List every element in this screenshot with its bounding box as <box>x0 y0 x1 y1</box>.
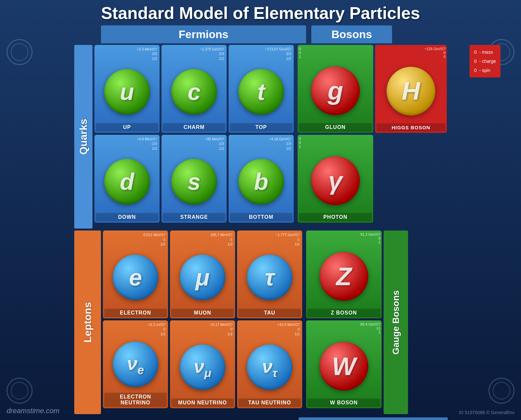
quarks-label: Quarks <box>74 45 92 229</box>
bottom-ball: b <box>238 159 284 204</box>
image-id: ID 51976088 © Generalfmv <box>459 410 514 415</box>
generation-I: I <box>103 417 165 420</box>
particle-cell-electron-neutrino: <2.2 eV/C² 0 1/2 νe ELECTRON NEUTRINO <box>103 320 168 408</box>
particle-cell-muon-neutrino: <0.17 MeV/C² 0 1/2 νμ MUON NEUTRINO <box>170 320 235 408</box>
particle-cell-gluon: 0 0 1 g GLUON <box>298 45 373 133</box>
particle-cell-bottom: ~4.18 GeV/C² -1/3 1/2 b BOTTOM <box>229 135 294 223</box>
top-name: TOP <box>230 123 292 132</box>
top-info: ~173.07 GeV/C² 2/3 1/2 <box>230 47 292 61</box>
z-name: Z BOSON <box>307 309 380 317</box>
gluon-ball: g <box>311 66 360 115</box>
electron-ball: e <box>113 255 158 300</box>
legend-box: 0 - mass 0 - charge 0 - spin <box>470 45 500 77</box>
corner-decoration-bl <box>7 378 33 404</box>
strange-ball: s <box>171 159 217 204</box>
leptons-label: Leptons <box>74 231 101 414</box>
tau-ball: τ <box>247 255 292 300</box>
bottom-name: BOTTOM <box>230 213 292 221</box>
top-ball: t <box>238 69 284 115</box>
particle-cell-muon: 105.7 MeV/C² -1 1/2 μ MUON <box>170 231 235 318</box>
particle-cell-down: ~4.8 MeV/C² -1/3 1/2 d DOWN <box>94 135 160 223</box>
higgs-ball: H <box>387 67 435 116</box>
corner-decoration-br <box>488 378 514 404</box>
strange-info: ~95 MeV/C² -1/3 1/2 <box>163 137 225 151</box>
photon-ball: γ <box>311 156 360 205</box>
particle-cell-top: ~173.07 GeV/C² 2/3 1/2 t TOP <box>229 45 294 133</box>
mnu-name: MUON NEUTRINO <box>171 399 234 407</box>
particle-cell-strange: ~95 MeV/C² -1/3 1/2 s STRANGE <box>162 135 227 223</box>
w-ball: W <box>319 342 368 391</box>
enu-name: ELECTRON NEUTRINO <box>104 393 167 407</box>
particle-cell-z-boson: 91.2 GeV/C² 0 1 Z Z BOSON <box>306 231 382 318</box>
up-info: ~2.3 MeV/C² 2/3 1/2 <box>96 47 158 61</box>
particle-cell-tau: ~1.777 GeV/C² -1 1/2 τ TAU <box>237 231 302 318</box>
tau-info: ~1.777 GeV/C² -1 1/2 <box>238 232 301 246</box>
electron-name: ELECTRON <box>104 309 167 317</box>
charm-ball: c <box>171 69 217 115</box>
down-name: DOWN <box>96 213 158 221</box>
corner-decoration-tl <box>7 39 33 65</box>
page-title: Standard Model of Elementary Particles <box>3 3 518 23</box>
particle-cell-higgs: 0 - mass 0 - charge 0 - spin ~126 GeV/C²… <box>375 45 447 133</box>
mnu-ball: νμ <box>180 344 225 390</box>
generation-III: III <box>232 417 294 420</box>
bosons-header: Bosons <box>311 25 392 43</box>
enu-ball: νe <box>113 342 158 387</box>
watermark: dreamstime.com <box>7 407 60 415</box>
down-ball: d <box>104 159 150 204</box>
muon-name: MUON <box>171 309 234 317</box>
main-container: Standard Model of Elementary Particles F… <box>0 0 521 420</box>
muon-ball: μ <box>180 255 225 300</box>
generation-II: II <box>167 417 230 420</box>
fermions-header: Fermions <box>101 25 306 43</box>
particle-cell-photon: 0 0 1 γ PHOTON <box>298 135 373 223</box>
charm-name: CHARM <box>163 123 225 132</box>
up-ball: u <box>104 69 150 115</box>
particle-cell-up: ~2.3 MeV/C² 2/3 1/2 u UP <box>94 45 160 133</box>
particle-cell-w-boson: 80.4 GeV/C² ±1 1 W W BOSON <box>306 320 382 408</box>
down-info: ~4.8 MeV/C² -1/3 1/2 <box>96 137 158 151</box>
electron-info: 0.511 MeV/C² -1 1/2 <box>104 232 167 246</box>
z-ball: Z <box>319 252 368 301</box>
particle-cell-charm: ~1.275 GeV/C² 2/3 1/2 c CHARM <box>162 45 227 133</box>
three-generations-label: Three Generations Of Matter (Fermions) <box>299 417 448 420</box>
charm-info: ~1.275 GeV/C² 2/3 1/2 <box>163 47 225 61</box>
photon-name: PHOTON <box>299 213 372 221</box>
tnu-name: TAU NEUTRINO <box>238 399 301 407</box>
bottom-info: ~4.18 GeV/C² -1/3 1/2 <box>230 137 292 151</box>
up-name: UP <box>96 123 158 132</box>
w-name: W BOSON <box>307 399 380 407</box>
strange-name: STRANGE <box>163 213 225 221</box>
mnu-info: <0.17 MeV/C² 0 1/2 <box>171 322 234 336</box>
gauge-bosons-label: Gauge Bosons <box>384 231 408 414</box>
particle-cell-tau-neutrino: <15.5 MeV/C² 0 1/2 ντ TAU NEUTRINO <box>237 320 302 408</box>
enu-info: <2.2 eV/C² 0 1/2 <box>104 322 167 336</box>
higgs-name: HIGGS BOSON <box>376 123 445 132</box>
muon-info: 105.7 MeV/C² -1 1/2 <box>171 232 234 246</box>
tnu-info: <15.5 MeV/C² 0 1/2 <box>238 322 301 336</box>
tau-name: TAU <box>238 309 301 317</box>
tnu-ball: ντ <box>247 344 292 390</box>
gluon-name: GLUON <box>299 123 372 132</box>
particle-cell-electron: 0.511 MeV/C² -1 1/2 e ELECTRON <box>103 231 168 318</box>
